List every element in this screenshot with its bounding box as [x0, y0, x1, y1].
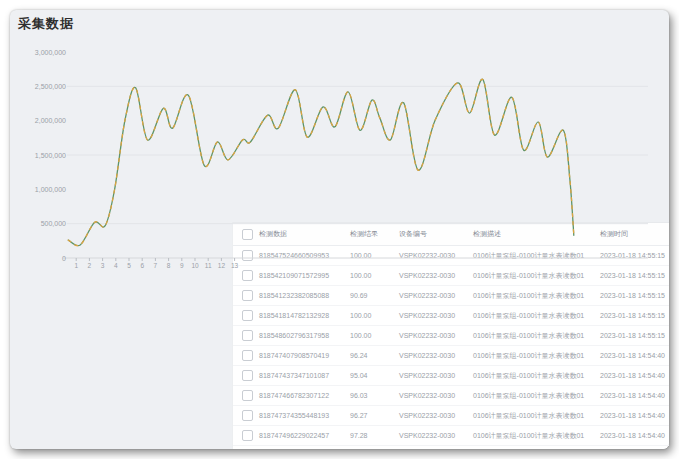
cell-detection-time: 2023-01-18 14:55:15 — [598, 332, 669, 339]
cell-detection-data: 818541814782132928 — [257, 312, 348, 319]
table-row: 81874743734710108795.04VSPK02232-0030010… — [233, 366, 669, 386]
row-checkbox[interactable] — [242, 330, 253, 341]
cell-detection-time: 2023-01-18 14:55:15 — [598, 272, 669, 279]
cell-device-number: VSPK02232-0030 — [397, 272, 471, 279]
cell-detection-time: 2023-01-18 14:54:40 — [598, 432, 669, 439]
cell-detection-time: 2023-01-18 14:55:15 — [598, 292, 669, 299]
col-header-time: 检测时间 — [598, 229, 669, 239]
x-axis-tick-label: 2 — [88, 262, 92, 269]
chart-gridlines — [67, 86, 648, 223]
cell-detection-result: 95.04 — [348, 372, 397, 379]
x-axis-tick-label: 7 — [154, 262, 158, 269]
cell-detection-time: 2023-01-18 14:54:40 — [598, 412, 669, 419]
row-checkbox[interactable] — [242, 390, 253, 401]
cell-detection-desc: 0106计量泵组-0100计量水表读数01 — [471, 271, 598, 281]
cell-detection-time: 2023-01-18 14:55:15 — [598, 252, 669, 259]
cell-detection-result: 100.00 — [348, 272, 397, 279]
cell-detection-desc: 0106计量泵组-0100计量水表读数01 — [471, 251, 598, 261]
y-axis-tick-label: 2,500,000 — [35, 83, 66, 90]
table-header-row: 检测数据 检测结果 设备编号 检测描述 检测时间 — [233, 223, 669, 246]
cell-detection-desc: 0106计量泵组-0100计量水表读数01 — [471, 391, 598, 401]
y-axis-tick-label: 2,000,000 — [35, 117, 66, 124]
table-row: 818548602796317958100.00VSPK02232-003001… — [233, 326, 669, 346]
cell-detection-data: 818542109071572995 — [257, 272, 348, 279]
row-checkbox[interactable] — [242, 430, 253, 441]
cell-device-number: VSPK02232-0030 — [397, 372, 471, 379]
cell-detection-data: 818747407908570419 — [257, 352, 348, 359]
col-header-device: 设备编号 — [397, 229, 471, 239]
x-axis-tick-label: 8 — [167, 262, 171, 269]
select-all-checkbox[interactable] — [242, 229, 253, 240]
cell-detection-data: 818747374355448193 — [257, 412, 348, 419]
x-axis-tick-label: 6 — [140, 262, 144, 269]
detection-data-table: 检测数据 检测结果 设备编号 检测描述 检测时间 818547524660509… — [232, 222, 669, 449]
cell-detection-time: 2023-01-18 14:54:40 — [598, 352, 669, 359]
row-checkbox[interactable] — [242, 310, 253, 321]
cell-device-number: VSPK02232-0030 — [397, 312, 471, 319]
cell-detection-data: 818541232382085088 — [257, 292, 348, 299]
x-axis-tick-label: 12 — [218, 262, 226, 269]
cell-detection-desc: 0106计量泵组-0100计量水表读数01 — [471, 411, 598, 421]
x-axis-tick-label: 10 — [191, 262, 199, 269]
cell-device-number: VSPK02232-0030 — [397, 352, 471, 359]
table-row: 818542109071572995100.00VSPK02232-003001… — [233, 266, 669, 286]
cell-detection-result: 97.28 — [348, 432, 397, 439]
cell-detection-time: 2023-01-18 14:54:40 — [598, 372, 669, 379]
col-header-desc: 检测描述 — [471, 229, 598, 239]
y-axis-tick-label: 0 — [62, 255, 66, 262]
y-axis-tick-label: 3,000,000 — [35, 49, 66, 56]
table-row: 818547524660509953100.00VSPK02232-003001… — [233, 246, 669, 266]
table-row: 81874746678230712296.03VSPK02232-0030010… — [233, 386, 669, 406]
row-checkbox[interactable] — [242, 270, 253, 281]
cell-detection-desc: 0106计量泵组-0100计量水表读数01 — [471, 331, 598, 341]
table-row: 81874749622902245797.28VSPK02232-0030010… — [233, 426, 669, 446]
row-checkbox[interactable] — [242, 410, 253, 421]
row-checkbox[interactable] — [242, 350, 253, 361]
cell-detection-result: 96.24 — [348, 352, 397, 359]
cell-detection-desc: 0106计量泵组-0100计量水表读数01 — [471, 311, 598, 321]
cell-detection-result: 96.27 — [348, 412, 397, 419]
y-axis-tick-label: 1,500,000 — [35, 152, 66, 159]
table-body: 818547524660509953100.00VSPK02232-003001… — [233, 246, 669, 446]
cell-detection-data: 818747437347101087 — [257, 372, 348, 379]
x-axis-tick-label: 3 — [101, 262, 105, 269]
cell-device-number: VSPK02232-0030 — [397, 392, 471, 399]
cell-detection-data: 818548602796317958 — [257, 332, 348, 339]
cell-detection-desc: 0106计量泵组-0100计量水表读数01 — [471, 371, 598, 381]
cell-detection-desc: 0106计量泵组-0100计量水表读数01 — [471, 351, 598, 361]
cell-detection-data: 818547524660509953 — [257, 252, 348, 259]
cell-detection-result: 100.00 — [348, 312, 397, 319]
col-header-data: 检测数据 — [257, 229, 348, 239]
chart-line-green-series — [68, 79, 574, 245]
cell-detection-time: 2023-01-18 14:55:15 — [598, 312, 669, 319]
x-axis-tick-label: 11 — [205, 262, 212, 269]
y-axis-tick-label: 500,000 — [41, 220, 66, 227]
table-row: 818541814782132928100.00VSPK02232-003001… — [233, 306, 669, 326]
page-title: 采集数据 — [18, 15, 74, 33]
row-checkbox[interactable] — [242, 370, 253, 381]
cell-detection-result: 100.00 — [348, 252, 397, 259]
cell-detection-desc: 0106计量泵组-0100计量水表读数01 — [471, 291, 598, 301]
table-row: 81874737435544819396.27VSPK02232-0030010… — [233, 406, 669, 426]
cell-detection-time: 2023-01-18 14:54:40 — [598, 392, 669, 399]
row-checkbox[interactable] — [242, 250, 253, 261]
cell-device-number: VSPK02232-0030 — [397, 432, 471, 439]
table-row: 81854123238208508890.69VSPK02232-0030010… — [233, 286, 669, 306]
x-axis-tick-label: 5 — [127, 262, 131, 269]
cell-detection-desc: 0106计量泵组-0100计量水表读数01 — [471, 431, 598, 441]
y-axis-tick-label: 1,000,000 — [35, 186, 66, 193]
cell-device-number: VSPK02232-0030 — [397, 412, 471, 419]
x-axis-tick-label: 4 — [114, 262, 118, 269]
cell-detection-data: 818747496229022457 — [257, 432, 348, 439]
table-row: 81874740790857041996.24VSPK02232-0030010… — [233, 346, 669, 366]
cell-device-number: VSPK02232-0030 — [397, 332, 471, 339]
cell-device-number: VSPK02232-0030 — [397, 292, 471, 299]
cell-detection-result: 100.00 — [348, 332, 397, 339]
row-checkbox[interactable] — [242, 290, 253, 301]
cell-detection-result: 90.69 — [348, 292, 397, 299]
cell-detection-result: 96.03 — [348, 392, 397, 399]
cell-device-number: VSPK02232-0030 — [397, 252, 471, 259]
cell-detection-data: 818747466782307122 — [257, 392, 348, 399]
col-header-result: 检测结果 — [348, 229, 397, 239]
x-axis-tick-label: 1 — [74, 262, 78, 269]
